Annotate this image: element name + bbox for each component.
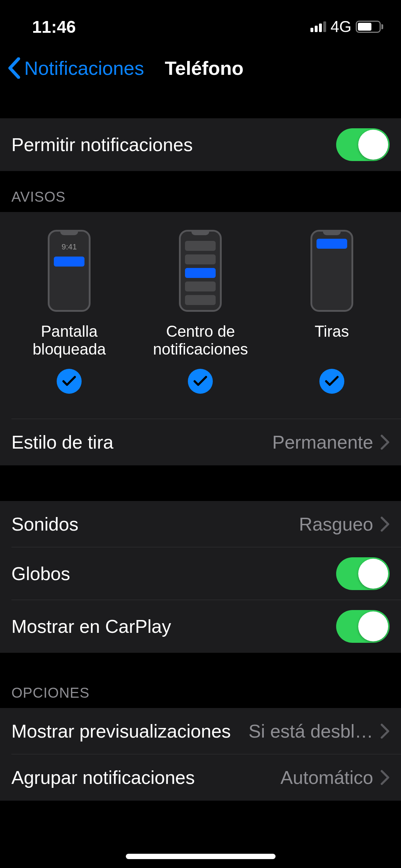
- banners-label: Tiras: [311, 322, 353, 362]
- page-title: Teléfono: [165, 57, 243, 79]
- notification-center-label: Centro de notificaciones: [135, 322, 266, 362]
- chevron-right-icon: [380, 434, 390, 450]
- notification-grouping-label: Agrupar notificaciones: [11, 767, 195, 788]
- chevron-left-icon[interactable]: [7, 57, 21, 79]
- battery-icon: [356, 21, 383, 33]
- allow-notifications-group: Permitir notificaciones: [0, 118, 401, 171]
- badges-cell: Globos: [0, 547, 401, 600]
- allow-notifications-cell: Permitir notificaciones: [0, 118, 401, 171]
- lock-screen-label: Pantalla bloqueada: [4, 322, 134, 362]
- chevron-right-icon: [380, 723, 390, 739]
- show-previews-value: Si está desbl…: [248, 720, 373, 742]
- options-section-header: OPCIONES: [0, 653, 401, 708]
- show-previews-label: Mostrar previsualizaciones: [11, 720, 231, 742]
- sounds-cell[interactable]: Sonidos Rasgueo: [0, 501, 401, 547]
- network-type: 4G: [330, 18, 351, 36]
- allow-notifications-label: Permitir notificaciones: [11, 134, 193, 155]
- back-button[interactable]: Notificaciones: [24, 57, 144, 79]
- options-group: Mostrar previsualizaciones Si está desbl…: [0, 708, 401, 801]
- banners-preview-icon: [310, 230, 353, 312]
- lock-screen-preview-icon: 9:41: [48, 230, 91, 312]
- badges-switch[interactable]: [336, 557, 390, 590]
- nav-bar: Notificaciones Teléfono: [0, 46, 401, 93]
- notification-grouping-value: Automático: [281, 767, 373, 788]
- alert-style-banners[interactable]: Tiras: [267, 230, 397, 394]
- banner-style-value: Permanente: [272, 432, 373, 453]
- carplay-cell: Mostrar en CarPlay: [0, 600, 401, 653]
- banners-checkmark[interactable]: [319, 369, 344, 394]
- show-previews-cell[interactable]: Mostrar previsualizaciones Si está desbl…: [0, 708, 401, 754]
- notification-grouping-cell[interactable]: Agrupar notificaciones Automático: [0, 754, 401, 801]
- lock-screen-checkmark[interactable]: [57, 369, 82, 394]
- sounds-label: Sonidos: [11, 513, 78, 535]
- status-indicators: 4G: [310, 18, 383, 36]
- banner-style-cell[interactable]: Estilo de tira Permanente: [0, 419, 401, 465]
- banner-style-label: Estilo de tira: [11, 432, 113, 453]
- allow-notifications-switch[interactable]: [336, 128, 390, 161]
- alert-style-notification-center[interactable]: Centro de notificaciones: [135, 230, 266, 394]
- alerts-section: 9:41 Pantalla bloqueada Centro de notifi…: [0, 212, 401, 465]
- badges-label: Globos: [11, 563, 70, 584]
- status-bar: 11:46 4G: [0, 0, 401, 46]
- signal-icon: [310, 21, 326, 32]
- status-time: 11:46: [32, 17, 76, 37]
- notification-center-preview-icon: [179, 230, 222, 312]
- carplay-label: Mostrar en CarPlay: [11, 616, 171, 637]
- alerts-section-header: AVISOS: [0, 171, 401, 212]
- carplay-switch[interactable]: [336, 610, 390, 643]
- chevron-right-icon: [380, 516, 390, 532]
- home-indicator[interactable]: [126, 854, 276, 859]
- sounds-value: Rasgueo: [299, 513, 373, 535]
- notification-center-checkmark[interactable]: [188, 369, 213, 394]
- alert-style-lock-screen[interactable]: 9:41 Pantalla bloqueada: [4, 230, 134, 394]
- notification-options-group: Sonidos Rasgueo Globos Mostrar en CarPla…: [0, 501, 401, 653]
- chevron-right-icon: [380, 770, 390, 785]
